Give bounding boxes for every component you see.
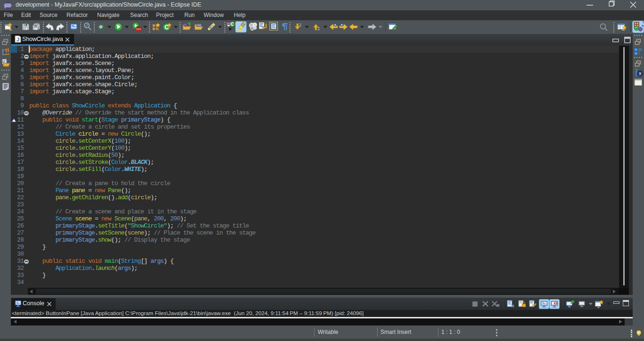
svg-text:J: J bbox=[642, 22, 644, 28]
svg-text:?: ? bbox=[639, 71, 642, 76]
svg-text:J: J bbox=[17, 37, 19, 42]
